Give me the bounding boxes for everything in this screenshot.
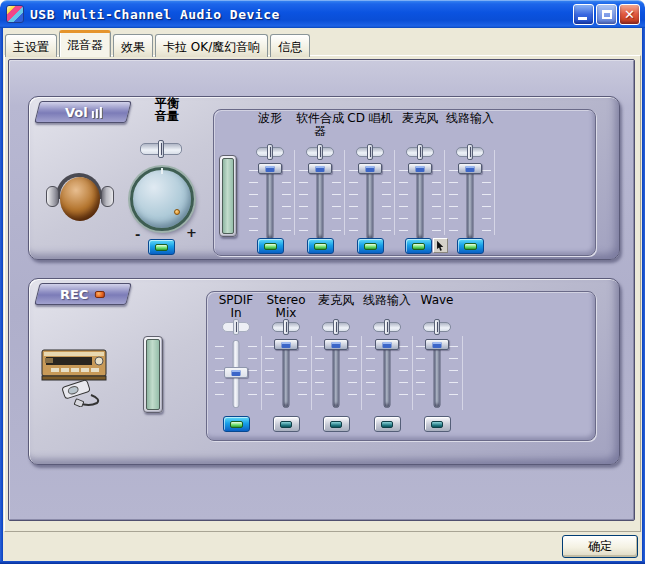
volume-slider-thumb[interactable] [358,163,382,174]
tab-information[interactable]: 信息 [270,34,310,57]
record-select-button[interactable] [323,416,350,432]
tab-karaoke[interactable]: 卡拉 OK/魔幻音响 [155,34,268,57]
master-balance-thumb[interactable] [158,140,164,158]
balance-slider[interactable] [456,147,484,157]
balance-thumb[interactable] [317,144,323,160]
master-mute-button[interactable] [148,239,175,255]
record-level-slider[interactable] [415,340,459,408]
volume-vu-meter [219,155,237,237]
volume-badge: Vol [34,101,131,123]
tab-mixer[interactable]: 混音器 [59,30,111,57]
balance-slider[interactable] [322,322,350,332]
volume-slider[interactable] [248,164,292,240]
record-select-button[interactable] [273,416,300,432]
knob-notch [161,168,163,174]
balance-slider[interactable] [373,322,401,332]
volume-section: Vol 平衡 音量 [28,96,620,260]
tab-main-settings[interactable]: 主设置 [5,34,57,57]
channel-line-in: 线路输入 [445,112,495,256]
mixer-main-panel: Vol 平衡 音量 [8,59,635,521]
app-icon [6,5,24,23]
master-balance-slider[interactable] [140,143,182,155]
maximize-icon [602,10,612,19]
balance-slider[interactable] [272,322,300,332]
tab-effects[interactable]: 效果 [113,34,153,57]
volume-slider-thumb[interactable] [258,163,282,174]
volume-slider[interactable] [448,164,492,240]
close-icon: ✕ [620,5,639,24]
window-border-left [0,28,3,564]
recorder-device-icon [39,343,111,407]
record-slider-thumb[interactable] [375,339,399,350]
volume-slider-thumb[interactable] [308,163,332,174]
record-level-slider[interactable] [264,340,308,408]
balance-slider[interactable] [306,147,334,157]
select-led [330,421,342,428]
balance-thumb[interactable] [333,319,339,335]
mute-button[interactable] [457,238,484,254]
volume-slider[interactable] [398,164,442,240]
record-section: REC [28,278,620,465]
volume-slider[interactable] [348,164,392,240]
volume-sliders-panel: 波形 软件合成器 CD 唱机 [213,109,596,256]
maximize-button[interactable] [596,4,617,25]
mute-button[interactable] [357,238,384,254]
record-level-slider[interactable] [365,340,409,408]
channel-cd: CD 唱机 [345,112,395,256]
balance-slider[interactable] [423,322,451,332]
balance-thumb[interactable] [467,144,473,160]
balance-slider[interactable] [256,147,284,157]
balance-thumb[interactable] [283,319,289,335]
mute-button[interactable] [307,238,334,254]
channel-spdif-in: SPDIFIn [211,294,261,438]
channel-rec-microphone: 麦克风 [311,294,361,438]
tab-strip: 主设置 混音器 效果 卡拉 OK/魔幻音响 信息 [5,30,312,57]
mixer-tab-page: Vol 平衡 音量 [4,55,641,532]
mute-led [364,243,377,250]
record-slider-thumb[interactable] [425,339,449,350]
mute-button[interactable] [257,238,284,254]
titlebar[interactable]: USB Multi-Channel Audio Device ✕ [0,0,645,28]
record-badge-label: REC [60,287,88,302]
channel-wave: 波形 [245,112,295,256]
record-slider-thumb[interactable] [274,339,298,350]
record-select-button-active[interactable] [223,416,250,432]
channel-stereo-mix: StereoMix [261,294,311,438]
master-mute-led [155,244,168,251]
record-select-button[interactable] [424,416,451,432]
headphone-icon [45,173,115,225]
record-slider-thumb[interactable] [324,339,348,350]
minimize-button[interactable] [573,4,594,25]
channel-rec-line-in: 线路输入 [362,294,412,438]
balance-thumb[interactable] [367,144,373,160]
balance-thumb[interactable] [267,144,273,160]
channel-microphone: 麦克风 [395,112,445,256]
volume-slider[interactable] [298,164,342,240]
record-select-button[interactable] [374,416,401,432]
balance-slider[interactable] [356,147,384,157]
balance-thumb[interactable] [384,319,390,335]
volume-label: 音量 [155,109,179,123]
mute-led [412,243,425,250]
balance-volume-labels: 平衡 音量 [149,97,185,123]
channel-synth: 软件合成器 [295,112,345,256]
balance-thumb[interactable] [417,144,423,160]
mute-button[interactable] [405,238,432,254]
record-sliders-panel: SPDIFIn StereoMix 麦克风 [206,291,596,441]
volume-slider-thumb[interactable] [408,163,432,174]
record-level-slider[interactable] [314,340,358,408]
knob-plus-label: + [186,225,197,240]
volume-bars-icon [91,107,101,118]
master-volume-knob[interactable] [130,167,194,231]
balance-thumb[interactable] [434,319,440,335]
balance-thumb [233,319,239,335]
ok-button[interactable]: 确定 [562,535,638,558]
select-led [381,421,393,428]
volume-slider-thumb[interactable] [458,163,482,174]
record-led-icon [96,291,106,298]
balance-slider[interactable] [406,147,434,157]
close-button[interactable]: ✕ [619,4,640,25]
minimize-icon [578,17,587,20]
balance-slider [222,322,250,332]
record-badge: REC [34,283,131,305]
